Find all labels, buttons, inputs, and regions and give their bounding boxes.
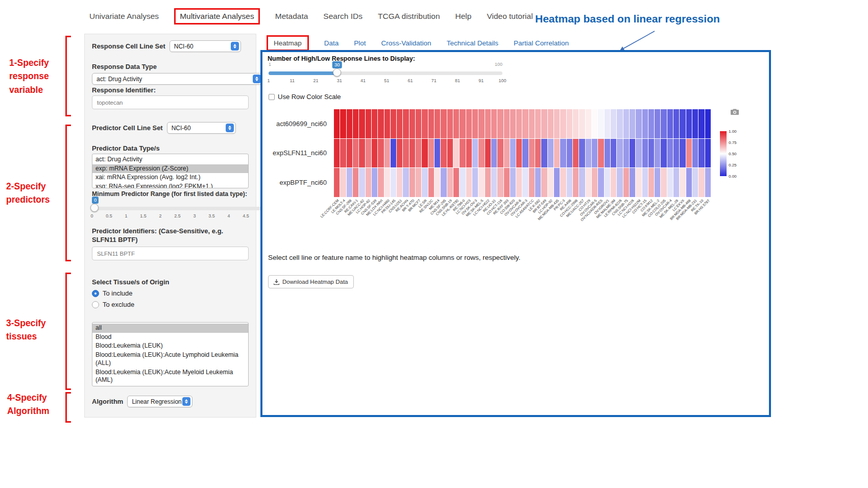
legend-tick-label: 1.00	[729, 129, 737, 134]
heatmap-cell	[453, 139, 459, 168]
response-identifier-input[interactable]: topotecan	[92, 95, 249, 109]
data-type-option[interactable]: act: Drug Activity	[92, 155, 248, 164]
tissue-option[interactable]: Blood	[92, 333, 248, 342]
heatmap-cell	[510, 168, 516, 197]
heatmap-cell	[698, 139, 704, 168]
response-data-type-select[interactable]: act: Drug Activity	[92, 73, 263, 85]
nav-item-multivariate-analyses[interactable]: Multivariate Analyses	[174, 8, 260, 25]
data-type-option[interactable]: xsq: RNA-seq Expression (log2 FPKM+1.)	[92, 182, 248, 188]
heatmap-cell	[529, 139, 535, 168]
slider-handle[interactable]	[90, 204, 99, 212]
heatmap-cell	[447, 139, 453, 168]
download-icon	[274, 279, 279, 285]
slider-tick-label: 4.5	[243, 213, 249, 218]
algorithm-select[interactable]: Linear Regression	[127, 396, 192, 407]
annotation-step-1: 1-Specify response variable	[9, 56, 60, 96]
tab-plot[interactable]: Plot	[354, 39, 366, 47]
radio-unselected-icon[interactable]	[92, 301, 99, 308]
slider-tick-label: 1	[125, 213, 127, 218]
data-type-option[interactable]: exp: mRNA Expression (Z-Score)	[92, 164, 248, 174]
response-cell-line-set-select[interactable]: NCI-60	[170, 40, 241, 52]
heatmap-cell	[422, 109, 427, 138]
heatmap-cell	[592, 139, 597, 168]
min-predictor-range-label: Minimum Predictor Range (for first liste…	[92, 190, 249, 198]
slider-tick-label: 61	[408, 78, 413, 83]
predictor-identifiers-input[interactable]: SLFN11 BPTF	[92, 247, 249, 260]
predictor-data-type-list[interactable]: act: Drug Activityexp: mRNA Expression (…	[92, 154, 249, 188]
heatmap-cell	[460, 109, 465, 138]
heatmap-cell	[655, 109, 660, 138]
tab-technical-details[interactable]: Technical Details	[447, 39, 498, 47]
heatmap-cell	[384, 139, 390, 168]
tab-partial-correlation[interactable]: Partial Correlation	[514, 39, 569, 47]
slider-tick-label: 2	[159, 213, 161, 218]
heatmap-cell	[560, 168, 566, 197]
camera-icon[interactable]	[730, 108, 739, 115]
heatmap-row-label[interactable]: expSLFN11_nci60	[262, 138, 330, 167]
heatmap-cell	[366, 168, 371, 197]
heatmap-cell	[692, 168, 698, 197]
mini-slider-ticks: 00.511.522.533.544.55	[92, 213, 263, 221]
nav-item-search-ids[interactable]: Search IDs	[323, 12, 363, 21]
tissue-include-radio-row[interactable]: To include	[92, 289, 249, 297]
nav-item-help[interactable]: Help	[455, 12, 472, 21]
tab-cross-validation[interactable]: Cross-Validation	[381, 39, 431, 47]
heatmap-cell	[403, 168, 408, 197]
nav-item-metadata[interactable]: Metadata	[275, 12, 308, 21]
heatmap-cell	[460, 168, 465, 197]
heatmap-cell	[391, 139, 396, 168]
tissue-option[interactable]: Blood:Leukemia (LEUK):Chronic Myelogenou…	[92, 385, 248, 386]
algorithm-row: Algorithm Linear Regression	[92, 396, 249, 407]
heatmap-cell	[441, 109, 446, 138]
heatmap-cell	[541, 139, 547, 168]
slider-track[interactable]	[92, 207, 263, 210]
nav-item-video-tutorial[interactable]: Video tutorial	[487, 12, 533, 21]
heatmap-cell	[541, 168, 547, 197]
annotation-heading: Heatmap based on linear regression	[535, 13, 720, 25]
heatmap-cell	[428, 168, 434, 197]
tissue-option[interactable]: all	[92, 324, 248, 333]
legend-tick-label: 0.25	[729, 163, 737, 167]
heatmap-cell	[642, 139, 648, 168]
heatmap-cell	[573, 168, 578, 197]
slider-tick-label: 3.5	[208, 213, 215, 218]
nav-item-univariate-analyses[interactable]: Univariate Analyses	[89, 12, 159, 21]
heatmap-cell	[529, 109, 535, 138]
heatmap-cell	[378, 109, 383, 138]
heatmap-cell	[447, 109, 453, 138]
top-nav: Univariate AnalysesMultivariate Analyses…	[89, 8, 533, 25]
predictor-cell-line-set-select[interactable]: NCI-60	[167, 122, 236, 134]
heatmap-cell	[592, 109, 597, 138]
tissue-list[interactable]: allBloodBlood:Leukemia (LEUK)Blood:Leuke…	[92, 322, 249, 386]
download-heatmap-data-button[interactable]: Download Heatmap Data	[268, 275, 354, 288]
heatmap-grid[interactable]	[334, 109, 711, 197]
heatmap-cell	[466, 168, 472, 197]
radio-selected-icon[interactable]	[92, 290, 99, 297]
heatmap-cell	[642, 168, 648, 197]
legend-tick-label: 0.75	[729, 140, 737, 145]
heatmap-cell	[497, 109, 503, 138]
slider-value-badge: 30	[332, 61, 342, 68]
heatmap-cell	[504, 168, 510, 197]
heatmap-cell	[611, 168, 616, 197]
slider-tick-label: 1	[267, 78, 270, 83]
heatmap-cell	[661, 168, 666, 197]
slider-max-label: 100	[495, 62, 502, 67]
heatmap-cell	[586, 168, 591, 197]
tissue-option[interactable]: Blood:Leukemia (LEUK):Acute Myeloid Leuk…	[92, 368, 248, 385]
heatmap-row-label[interactable]: act609699_nci60	[262, 109, 330, 138]
heatmap-cell	[340, 139, 346, 168]
tissue-exclude-radio-row[interactable]: To exclude	[92, 301, 249, 308]
heatmap-row-label[interactable]: expBPTF_nci60	[262, 168, 330, 197]
tissue-option[interactable]: Blood:Leukemia (LEUK)	[92, 341, 248, 351]
row-color-scale-checkbox[interactable]	[269, 94, 275, 100]
tissue-option[interactable]: Blood:Leukemia (LEUK):Acute Lymphoid Leu…	[92, 351, 248, 368]
slider-handle[interactable]	[333, 68, 341, 77]
data-type-option[interactable]: xai: mRNA Expression (Avg. log2 Int.)	[92, 173, 248, 182]
heatmap-cell	[617, 139, 622, 168]
nav-item-tcga-distribution[interactable]: TCGA distribution	[378, 12, 440, 21]
tab-data[interactable]: Data	[324, 39, 339, 47]
heatmap-cell	[648, 139, 654, 168]
tab-heatmap[interactable]: Heatmap	[267, 35, 309, 51]
heatmap-cell	[579, 139, 585, 168]
